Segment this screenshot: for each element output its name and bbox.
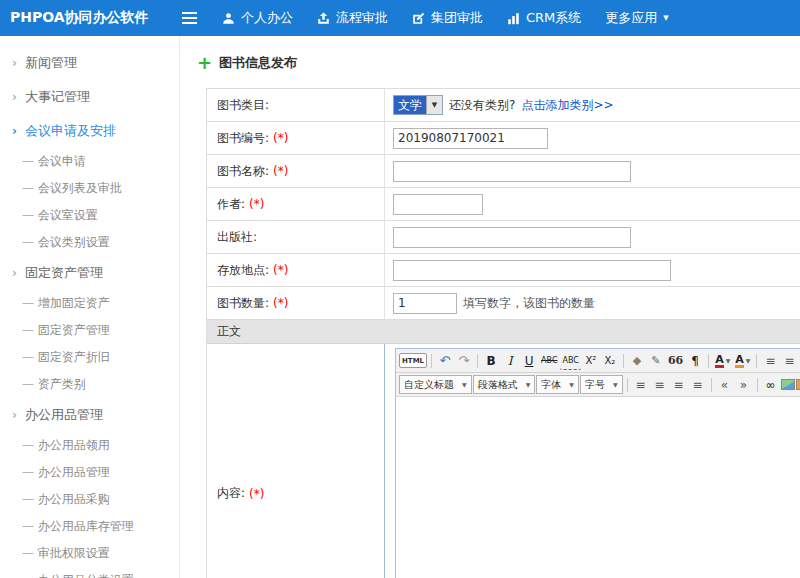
sidebar-item-approval-permission-settings[interactable]: 审批权限设置 xyxy=(0,540,179,567)
insert-image-icon[interactable] xyxy=(781,379,795,390)
content-field: HTML ↶ ↷ B I U ABC ABC X² X₂ ◆ xyxy=(385,344,800,578)
menu-toggle-button[interactable] xyxy=(178,17,200,19)
sidebar-group-office-supplies[interactable]: › 办公用品管理 xyxy=(0,398,179,432)
align-justify-icon[interactable]: ≡ xyxy=(689,375,707,394)
font-size-dropdown[interactable]: 字号 ▼ xyxy=(580,375,623,394)
book-name-input[interactable] xyxy=(393,161,631,182)
html-source-button[interactable]: HTML xyxy=(399,353,427,368)
required-mark: (*) xyxy=(273,164,288,178)
editor-content-area[interactable] xyxy=(396,397,800,578)
book-no-label: 图书编号: (*) xyxy=(207,122,385,154)
sidebar-item-fixed-asset-depreciation[interactable]: 固定资产折旧 xyxy=(0,344,179,371)
field-label: 内容: xyxy=(217,485,245,502)
editor-toolbar-row1: HTML ↶ ↷ B I U ABC ABC X² X₂ ◆ xyxy=(396,349,800,373)
sidebar-item-supplies-management[interactable]: 办公用品管理 xyxy=(0,459,179,486)
sidebar-item-supplies-classification[interactable]: 办公用品分类设置 xyxy=(0,567,179,578)
font-family-dropdown[interactable]: 字体 ▼ xyxy=(536,375,579,394)
numbered-list-icon[interactable]: ≡ xyxy=(780,351,798,370)
quantity-field: 填写数字，该图书的数量 xyxy=(385,287,800,319)
sidebar-item-meeting-list-approval[interactable]: 会议列表及审批 xyxy=(0,175,179,202)
sidebar-group-news[interactable]: › 新闻管理 xyxy=(0,46,179,80)
format-painter-icon[interactable]: ✎ xyxy=(647,351,665,370)
book-no-field xyxy=(385,122,800,154)
add-category-link[interactable]: 点击添加类别>> xyxy=(521,97,613,114)
book-no-input[interactable] xyxy=(393,128,548,149)
location-field xyxy=(385,254,800,286)
sidebar-item-supplies-inventory[interactable]: 办公用品库存管理 xyxy=(0,513,179,540)
sidebar-group-fixed-assets[interactable]: › 固定资产管理 xyxy=(0,256,179,290)
author-input[interactable] xyxy=(393,194,483,215)
highlight-color-button[interactable]: A ▼ xyxy=(733,351,752,370)
sidebar-item-meeting-category-settings[interactable]: 会议类别设置 xyxy=(0,229,179,256)
heading-style-dropdown[interactable]: 自定义标题 ▼ xyxy=(399,375,472,394)
font-color-button[interactable]: A ▼ xyxy=(713,351,732,370)
sidebar-item-supplies-requisition[interactable]: 办公用品领用 xyxy=(0,432,179,459)
form-row-author: 作者: (*) xyxy=(207,188,800,221)
nav-group-approval[interactable]: 集团审批 xyxy=(412,9,483,27)
quantity-input[interactable] xyxy=(393,293,457,314)
book-name-field xyxy=(385,155,800,187)
publisher-input[interactable] xyxy=(393,227,631,248)
insert-media-icon[interactable]: ▶ xyxy=(796,379,800,390)
link-icon[interactable]: ∞ xyxy=(762,375,780,394)
sidebar-item-supplies-purchase[interactable]: 办公用品采购 xyxy=(0,486,179,513)
category-select[interactable]: 文学 ▼ xyxy=(393,95,443,115)
blockquote-icon[interactable]: 66 xyxy=(666,351,685,370)
underline-button[interactable]: U xyxy=(520,351,538,370)
undo-icon[interactable]: ↶ xyxy=(436,351,454,370)
nav-label: 个人办公 xyxy=(241,9,293,27)
outdent-icon[interactable]: « xyxy=(716,375,734,394)
field-label: 存放地点: xyxy=(217,262,269,279)
sidebar-item-add-fixed-asset[interactable]: 增加固定资产 xyxy=(0,290,179,317)
bold-button[interactable]: B xyxy=(482,351,500,370)
redo-icon[interactable]: ↷ xyxy=(455,351,473,370)
align-right-icon[interactable]: ≡ xyxy=(670,375,688,394)
nav-workflow-approval[interactable]: 流程审批 xyxy=(317,9,388,27)
nav-more-apps[interactable]: 更多应用 ▼ xyxy=(605,9,668,27)
superscript-button[interactable]: X² xyxy=(582,351,600,370)
main-content: + 图书信息发布 图书类目: 文学 ▼ 还没有类别? 点击添加类别>> 图书编号… xyxy=(180,36,800,578)
hamburger-icon xyxy=(182,17,197,19)
italic-button[interactable]: I xyxy=(501,351,519,370)
page-title-bar: + 图书信息发布 xyxy=(180,36,800,72)
nav-personal-office[interactable]: 个人办公 xyxy=(222,9,293,27)
required-mark: (*) xyxy=(249,197,264,211)
publisher-field xyxy=(385,221,800,253)
toolbar-separator xyxy=(477,354,478,368)
required-mark: (*) xyxy=(273,131,288,145)
author-label: 作者: (*) xyxy=(207,188,385,220)
chevron-right-icon: › xyxy=(12,56,17,70)
app-logo: PHPOA协同办公软件 xyxy=(0,9,178,27)
paragraph-icon[interactable]: ¶ xyxy=(686,351,704,370)
toolbar-separator xyxy=(711,378,712,392)
sidebar-item-asset-category[interactable]: 资产类别 xyxy=(0,371,179,398)
remove-format-icon[interactable]: ◆ xyxy=(628,351,646,370)
dropdown-label: 段落格式 xyxy=(478,378,518,392)
sidebar-item-fixed-asset-management[interactable]: 固定资产管理 xyxy=(0,317,179,344)
strikethrough-button[interactable]: ABC xyxy=(539,351,559,370)
indent-icon[interactable]: » xyxy=(735,375,753,394)
subscript-button[interactable]: X₂ xyxy=(601,351,619,370)
location-input[interactable] xyxy=(393,260,671,281)
field-label: 作者: xyxy=(217,196,245,213)
sidebar-item-meeting-apply[interactable]: 会议申请 xyxy=(0,148,179,175)
toolbar-separator xyxy=(757,378,758,392)
sidebar: › 新闻管理 › 大事记管理 › 会议申请及安排 会议申请 会议列表及审批 会议… xyxy=(0,36,180,578)
sidebar-group-meeting[interactable]: › 会议申请及安排 xyxy=(0,114,179,148)
toolbar-separator xyxy=(431,354,432,368)
required-mark: (*) xyxy=(273,296,288,310)
topbar: PHPOA协同办公软件 个人办公 流程审批 集团审批 CRM系统 更多应用 ▼ xyxy=(0,0,800,36)
align-center-icon[interactable]: ≡ xyxy=(651,375,669,394)
spellcheck-button[interactable]: ABC xyxy=(560,351,580,370)
author-field xyxy=(385,188,800,220)
align-left-icon[interactable]: ≡ xyxy=(632,375,650,394)
nav-crm-system[interactable]: CRM系统 xyxy=(507,9,581,27)
bullet-list-icon[interactable]: ≡ xyxy=(761,351,779,370)
form-row-publisher: 出版社: xyxy=(207,221,800,254)
paragraph-format-dropdown[interactable]: 段落格式 ▼ xyxy=(473,375,536,394)
chevron-down-icon: ▼ xyxy=(462,381,467,388)
sidebar-item-meeting-room-settings[interactable]: 会议室设置 xyxy=(0,202,179,229)
toolbar-separator xyxy=(756,354,757,368)
sidebar-group-memorabilia[interactable]: › 大事记管理 xyxy=(0,80,179,114)
form-row-quantity: 图书数量: (*) 填写数字，该图书的数量 xyxy=(207,287,800,320)
